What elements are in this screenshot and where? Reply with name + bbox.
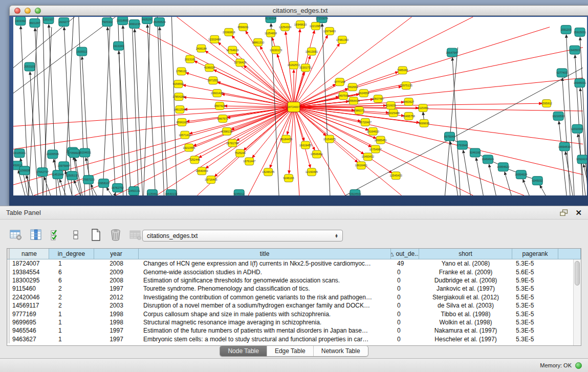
table-settings-icon (9, 229, 23, 241)
graph-node-label: 20564436 (347, 99, 360, 102)
cell-in_degree: 6 (49, 269, 94, 276)
citation-network-graph[interactable]: 1903392860129713019371604277790530211018… (13, 17, 587, 195)
graph-node-label: 8596167 (177, 121, 187, 124)
cell-out_de: 0 (391, 311, 419, 318)
graph-node-label: 8139304 (265, 17, 276, 20)
graph-node-label: 15154975 (323, 138, 336, 141)
scrollbar-thumb[interactable] (575, 261, 580, 286)
column-header-out_de[interactable]: △out_de... (391, 249, 419, 259)
graph-node-label: 16949610 (294, 23, 307, 26)
tab-network-table[interactable]: Network Table (313, 346, 368, 356)
cell-pagerank: 5.3E-5 (512, 327, 558, 334)
graph-node-label: 1605513 (76, 50, 87, 53)
graph-node-label: 15056529 (153, 20, 165, 24)
graph-node-label: 17359924 (68, 151, 80, 155)
table-row[interactable]: 946554611997Estimation of the future num… (7, 326, 573, 335)
graph-node-label: 9777169 (334, 80, 345, 83)
cell-short: Wolkin et al. (1998) (419, 319, 512, 326)
table-select-value: citations_edges.txt (147, 232, 335, 239)
cell-name: 9115460 (10, 285, 49, 292)
table-row[interactable]: 969969511998Structural magnetic resonanc… (7, 318, 573, 326)
graph-node-label: 6216031 (385, 104, 396, 107)
table-row[interactable]: 946362711997Embryonic stem cells: a mode… (7, 335, 573, 343)
graph-node-label: 11018665 (117, 19, 129, 22)
graph-node-label: 12213957 (310, 25, 322, 28)
table-settings-button[interactable] (8, 227, 24, 243)
graph-node-label: 14991035 (128, 23, 140, 26)
table-row[interactable]: 977716911998Corpus callosum shape and si… (7, 310, 573, 318)
table-row[interactable]: 911546021997Tourette syndrome. Phenomeno… (7, 285, 573, 293)
graph-node-label: 12979493 (323, 30, 336, 33)
column-header-short[interactable]: short (419, 249, 512, 259)
graph-node-label: 11254818 (265, 32, 277, 35)
column-header-year[interactable]: year (94, 249, 139, 259)
graph-node-label: 19861310 (252, 41, 264, 44)
graph-node-label: 2871551 (208, 79, 219, 82)
cell-title: Embryonic stem cells: a model to study s… (139, 336, 391, 343)
graph-node-label: 14945031 (574, 81, 586, 84)
table-row[interactable]: 1872400712008Changes of HCN gene express… (7, 259, 573, 268)
column-header-name[interactable]: name (10, 249, 49, 259)
column-header-in_degree[interactable]: in_degree (49, 249, 94, 259)
graph-node-label: 14612542 (173, 108, 186, 111)
column-header-pagerank[interactable]: pagerank (512, 249, 558, 259)
status-bar: Memory: OK (0, 358, 588, 372)
float-panel-icon[interactable] (560, 209, 568, 216)
graph-node-label: 9699695 (419, 122, 429, 125)
graph-node-label: 10025488 (387, 112, 399, 115)
graph-node-label: 1796133 (176, 70, 187, 73)
tab-node-table[interactable]: Node Table (220, 346, 267, 356)
cell-in_degree: 1 (49, 327, 94, 334)
tab-edge-table[interactable]: Edge Table (267, 346, 313, 356)
table-select-dropdown[interactable]: citations_edges.txt ▲▼ (142, 230, 343, 242)
cell-year: 1998 (94, 319, 139, 326)
graph-node-label: 10958107 (97, 182, 110, 185)
graph-node-label: 17854286 (172, 95, 185, 98)
column-header-label: in_degree (58, 250, 85, 257)
cell-in_degree: 1 (49, 319, 94, 326)
cell-title: Tourette syndrome. Phenomenology and cla… (139, 285, 391, 292)
column-header-title[interactable]: title (139, 249, 391, 259)
delete-trash-button[interactable] (108, 227, 123, 243)
graph-node-label: 9246165 (283, 177, 294, 180)
graph-node-label: 12450131 (127, 189, 140, 192)
column-edit-button[interactable] (28, 227, 43, 243)
cell-title: Changes of HCN gene expression and I(f) … (139, 260, 391, 267)
graph-node-label: 12545433 (389, 174, 402, 177)
cell-title: Estimation of significance thresholds fo… (139, 277, 391, 284)
graph-node-label: 16540493 (195, 169, 208, 172)
cell-in_degree: 1 (49, 311, 94, 318)
cell-name: 9699695 (10, 319, 49, 326)
cell-name: 9463627 (10, 336, 49, 343)
table-row[interactable]: 1456911722003Disruption of a novel membe… (7, 301, 573, 310)
window-title: citations_edges.txt (273, 7, 328, 14)
row-select-button[interactable] (48, 227, 63, 243)
close-panel-icon[interactable]: ✕ (575, 209, 582, 216)
zoom-window-button[interactable] (35, 8, 41, 14)
minimize-window-button[interactable] (25, 8, 31, 14)
table-row[interactable]: 1938455462009Genome-wide association stu… (7, 268, 573, 276)
graph-node-label: 2867571 (217, 117, 228, 120)
new-document-button[interactable] (88, 227, 103, 243)
panel-title: Table Panel (6, 209, 41, 216)
node-table: namein_degreeyeartitle△out_de...shortpag… (7, 248, 581, 346)
network-canvas[interactable]: 1903392860129713019371604277790530211018… (13, 17, 587, 195)
graph-node-label: 1604277 (58, 20, 69, 24)
table-row[interactable]: 2242004622012Investigating the contribut… (7, 293, 573, 301)
cell-name: 9777169 (10, 311, 49, 318)
graph-node-label: 10754997 (369, 148, 382, 151)
cell-year: 2003 (94, 302, 139, 309)
cell-name: 9465546 (10, 327, 49, 334)
close-window-button[interactable] (14, 8, 20, 14)
cell-year: 2009 (94, 269, 139, 276)
network-window: citations_edges.txt 19033928601297130193… (9, 5, 588, 206)
import-table-disabled-button[interactable] (128, 227, 143, 243)
cell-title: Genome-wide association studies in ADHD. (139, 269, 391, 276)
cell-out_de: 0 (391, 269, 419, 276)
vertical-scrollbar[interactable] (573, 259, 581, 345)
network-window-titlebar[interactable]: citations_edges.txt (9, 5, 588, 16)
table-row[interactable]: 1830029562008Estimation of significance … (7, 276, 573, 285)
rows-button[interactable] (68, 227, 83, 243)
cell-in_degree: 2 (49, 302, 94, 309)
graph-node-label: 16540132 (165, 192, 177, 195)
